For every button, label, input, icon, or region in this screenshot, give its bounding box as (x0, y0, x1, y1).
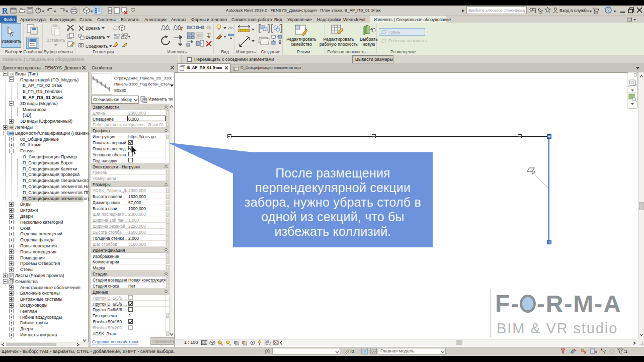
svg-text:2D: 2D (633, 83, 637, 86)
svg-text:R: R (2, 7, 8, 15)
svg-text:O: O (10, 72, 13, 76)
svg-text:?: ? (607, 8, 610, 13)
